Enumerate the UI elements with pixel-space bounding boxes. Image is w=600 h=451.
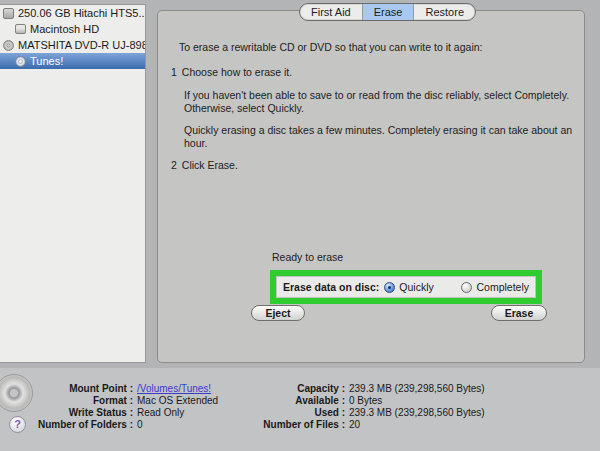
step-2: 2 Click Erase. — [171, 159, 571, 172]
hard-disk-icon — [15, 24, 26, 34]
info-row-capacity: Capacity :239.3 MB (239,298,560 Bytes) — [210, 383, 485, 395]
erase-options-label: Erase data on disc: — [283, 281, 379, 293]
radio-quickly-label: Quickly — [399, 281, 433, 293]
step-1-text: Choose how to erase it. — [182, 66, 292, 79]
sidebar-item-label: Tunes! — [30, 55, 63, 67]
info-row-write-status: Write Status :Read Only — [0, 407, 218, 419]
step-1-detail-duration: Quickly erasing a disc takes a few minut… — [184, 124, 576, 150]
info-column-right: Capacity :239.3 MB (239,298,560 Bytes) A… — [210, 383, 485, 431]
files-value: 20 — [349, 419, 360, 430]
step-1-number: 1 — [171, 66, 177, 79]
sidebar-item-label: Macintosh HD — [30, 23, 99, 35]
info-row-available: Available :0 Bytes — [210, 395, 485, 407]
step-1: 1 Choose how to erase it. — [171, 66, 571, 79]
info-row-format: Format :Mac OS Extended — [0, 395, 218, 407]
cd-disc-icon — [15, 56, 26, 67]
used-label: Used : — [210, 407, 345, 419]
used-value: 239.3 MB (239,298,560 Bytes) — [349, 407, 485, 418]
erase-pane: To erase a rewritable CD or DVD so that … — [157, 10, 585, 363]
sidebar-item-hitachi-disk[interactable]: 250.06 GB Hitachi HTS5... — [0, 5, 145, 21]
files-label: Number of Files : — [210, 419, 345, 431]
sidebar-item-label: MATSHITA DVD-R UJ-898 — [18, 39, 145, 51]
radio-quickly-icon[interactable] — [384, 282, 395, 293]
erase-button[interactable]: Erase — [491, 305, 547, 321]
radio-option-quickly[interactable]: Quickly — [384, 281, 433, 293]
sidebar-item-macintosh-hd[interactable]: Macintosh HD — [0, 21, 145, 37]
format-value: Mac OS Extended — [137, 395, 218, 406]
step-2-number: 2 — [171, 159, 177, 172]
mount-point-label: Mount Point : — [0, 383, 133, 395]
format-label: Format : — [0, 395, 133, 407]
disk-drive-icon — [3, 8, 14, 19]
radio-completely-icon[interactable] — [461, 282, 472, 293]
tab-erase[interactable]: Erase — [362, 4, 414, 20]
optical-drive-icon — [3, 40, 14, 51]
device-sidebar: 250.06 GB Hitachi HTS5... Macintosh HD M… — [0, 4, 146, 363]
radio-option-completely[interactable]: Completely — [461, 281, 529, 293]
status-ready-to-erase: Ready to erase — [272, 251, 343, 264]
sidebar-item-label: 250.06 GB Hitachi HTS5... — [18, 7, 145, 19]
erase-intro-text: To erase a rewritable CD or DVD so that … — [179, 41, 579, 54]
mount-point-link[interactable]: /Volumes/Tunes! — [137, 383, 211, 394]
erase-options-row: Erase data on disc: Quickly Completely — [276, 276, 536, 298]
annotation-highlight-box: Erase data on disc: Quickly Completely — [270, 270, 542, 304]
capacity-value: 239.3 MB (239,298,560 Bytes) — [349, 383, 485, 394]
folders-label: Number of Folders : — [0, 419, 133, 431]
available-value: 0 Bytes — [349, 395, 382, 406]
folders-value: 0 — [137, 419, 143, 430]
info-row-mount-point: Mount Point :/Volumes/Tunes! — [0, 383, 218, 395]
tab-restore[interactable]: Restore — [413, 4, 475, 20]
info-column-left: Mount Point :/Volumes/Tunes! Format :Mac… — [0, 383, 218, 431]
disc-info-footer: ? Mount Point :/Volumes/Tunes! Format :M… — [0, 368, 600, 451]
sidebar-item-matshita-dvd[interactable]: MATSHITA DVD-R UJ-898 — [0, 37, 145, 53]
info-row-number-of-files: Number of Files :20 — [210, 419, 485, 431]
step-2-text: Click Erase. — [182, 159, 238, 172]
capacity-label: Capacity : — [210, 383, 345, 395]
step-1-detail-reliability: If you haven't been able to save to or r… — [184, 89, 576, 115]
write-status-label: Write Status : — [0, 407, 133, 419]
pane-tab-bar: First Aid Erase Restore — [299, 3, 476, 21]
eject-button[interactable]: Eject — [251, 305, 305, 321]
available-label: Available : — [210, 395, 345, 407]
disk-utility-window: 250.06 GB Hitachi HTS5... Macintosh HD M… — [0, 0, 600, 451]
sidebar-item-tunes[interactable]: Tunes! — [0, 53, 145, 69]
radio-completely-label: Completely — [476, 281, 529, 293]
write-status-value: Read Only — [137, 407, 184, 418]
info-row-number-of-folders: Number of Folders :0 — [0, 419, 218, 431]
tab-first-aid[interactable]: First Aid — [300, 4, 362, 20]
info-row-used: Used :239.3 MB (239,298,560 Bytes) — [210, 407, 485, 419]
